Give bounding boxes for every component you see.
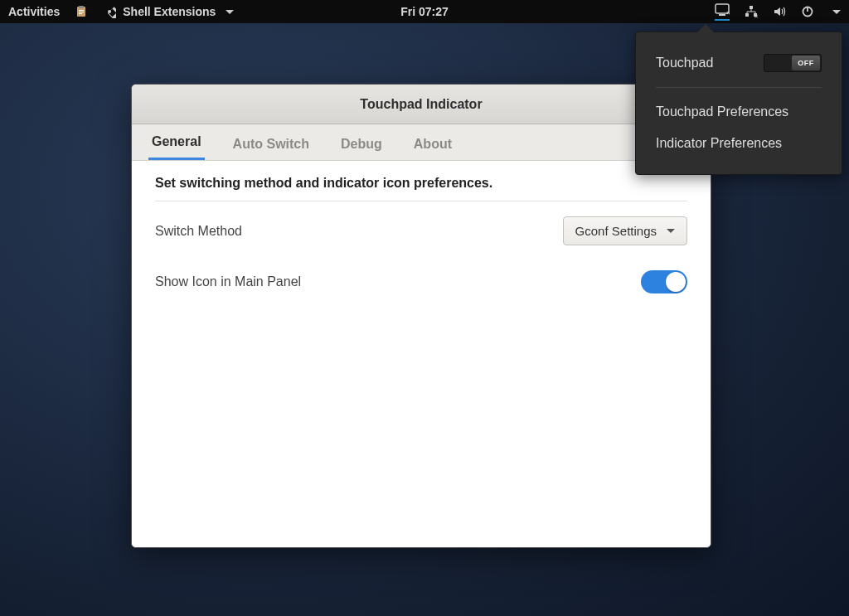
extensions-icon: [103, 5, 116, 18]
system-menu-chevron-icon[interactable]: [832, 10, 841, 14]
switch-method-label: Switch Method: [155, 224, 242, 239]
touchpad-toggle[interactable]: OFF: [764, 54, 822, 72]
touchpad-preferences-link[interactable]: Touchpad Preferences: [636, 96, 842, 128]
window-title: Touchpad Indicator: [360, 97, 482, 112]
tab-about[interactable]: About: [410, 129, 455, 160]
popover-separator: [656, 87, 822, 88]
chevron-down-icon: [667, 229, 675, 233]
switch-knob: [666, 272, 686, 292]
touchpad-popover: Touchpad OFF Touchpad Preferences Indica…: [635, 32, 842, 175]
switch-method-row: Switch Method Gconf Settings: [155, 216, 687, 245]
power-icon[interactable]: [801, 5, 814, 18]
svg-point-7: [108, 10, 111, 13]
svg-text:×: ×: [754, 13, 758, 18]
indicator-preferences-link[interactable]: Indicator Preferences: [636, 128, 842, 159]
app-menu[interactable]: Shell Extensions: [103, 5, 234, 18]
tab-debug[interactable]: Debug: [337, 129, 386, 160]
volume-icon[interactable]: [773, 5, 786, 18]
svg-rect-3: [79, 12, 84, 12]
toggle-knob: OFF: [792, 56, 820, 70]
section-description: Set switching method and indicator icon …: [155, 176, 687, 201]
svg-rect-11: [750, 6, 753, 9]
tabbar: General Auto Switch Debug About: [132, 124, 711, 161]
svg-text:×: ×: [726, 9, 730, 17]
clock[interactable]: Fri 07:27: [400, 5, 449, 18]
tab-content: Set switching method and indicator icon …: [132, 161, 711, 547]
switch-method-value: Gconf Settings: [575, 224, 657, 238]
touchpad-toggle-row: Touchpad OFF: [636, 47, 842, 79]
show-icon-label: Show Icon in Main Panel: [155, 274, 301, 289]
topbar: Activities Shell Extensions Fri 07:27 × …: [0, 0, 849, 23]
show-icon-row: Show Icon in Main Panel: [155, 270, 687, 293]
svg-rect-4: [79, 13, 82, 14]
show-icon-switch[interactable]: [641, 270, 687, 293]
app-name: Shell Extensions: [123, 5, 216, 18]
popover-title: Touchpad: [656, 56, 713, 70]
svg-rect-9: [719, 14, 725, 16]
chevron-down-icon: [226, 10, 234, 14]
clipboard-icon[interactable]: [75, 5, 88, 18]
svg-rect-1: [79, 6, 84, 8]
svg-rect-12: [745, 13, 749, 17]
touchpad-tray-icon[interactable]: ×: [715, 2, 730, 21]
tab-general[interactable]: General: [148, 126, 205, 160]
switch-method-combo[interactable]: Gconf Settings: [563, 216, 687, 245]
network-icon[interactable]: ×: [745, 5, 758, 18]
window-titlebar[interactable]: Touchpad Indicator: [132, 85, 711, 124]
tab-auto-switch[interactable]: Auto Switch: [230, 129, 313, 160]
activities-button[interactable]: Activities: [8, 5, 60, 18]
svg-rect-2: [79, 10, 84, 11]
settings-window: Touchpad Indicator General Auto Switch D…: [131, 84, 711, 548]
